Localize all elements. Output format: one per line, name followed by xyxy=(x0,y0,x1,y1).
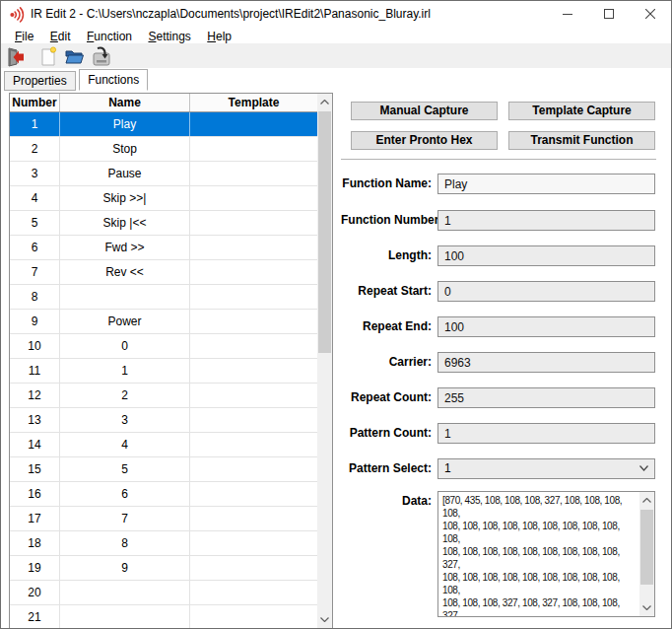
column-header-number[interactable]: Number xyxy=(10,94,60,111)
table-row[interactable]: 17 7 xyxy=(10,507,317,531)
cell-number[interactable]: 4 xyxy=(10,186,60,210)
cell-number[interactable]: 1 xyxy=(10,112,60,136)
function-number-input[interactable] xyxy=(437,210,655,231)
cell-number[interactable]: 3 xyxy=(10,162,60,185)
table-row[interactable]: 11 1 xyxy=(10,359,317,384)
cell-name[interactable]: Fwd >> xyxy=(60,236,190,259)
column-header-name[interactable]: Name xyxy=(60,94,190,111)
cell-number[interactable]: 10 xyxy=(10,334,60,358)
cell-template[interactable] xyxy=(190,384,317,407)
cell-name[interactable]: Skip >>| xyxy=(60,186,190,210)
table-row[interactable]: 4 Skip >>| xyxy=(10,186,317,211)
manual-capture-button[interactable]: Manual Capture xyxy=(351,102,498,120)
cell-number[interactable]: 17 xyxy=(10,507,60,530)
new-file-button[interactable] xyxy=(35,44,59,68)
cell-template[interactable] xyxy=(190,137,317,161)
carrier-input[interactable] xyxy=(437,352,655,373)
cell-name[interactable]: Pause xyxy=(60,162,190,185)
cell-template[interactable] xyxy=(190,507,317,530)
cell-template[interactable] xyxy=(190,482,317,506)
cell-name[interactable]: Power xyxy=(60,310,190,333)
menu-file[interactable]: File xyxy=(9,29,39,44)
cell-number[interactable]: 8 xyxy=(10,285,60,309)
cell-template[interactable] xyxy=(190,334,317,358)
table-scrollbar[interactable] xyxy=(317,94,332,628)
cell-number[interactable]: 15 xyxy=(10,457,60,481)
data-scrollbar[interactable] xyxy=(639,492,654,616)
cell-name[interactable]: 0 xyxy=(60,334,190,358)
tab-functions[interactable]: Functions xyxy=(79,69,148,91)
cell-number[interactable]: 14 xyxy=(10,433,60,456)
cell-name[interactable]: 3 xyxy=(60,408,190,432)
data-textarea[interactable]: [870, 435, 108, 108, 108, 327, 108, 108,… xyxy=(437,491,655,617)
cell-template[interactable] xyxy=(190,112,317,136)
table-row[interactable]: 12 2 xyxy=(10,384,317,408)
cell-template[interactable] xyxy=(190,605,317,628)
scroll-down-icon[interactable] xyxy=(317,612,332,627)
table-row[interactable]: 14 4 xyxy=(10,433,317,457)
table-row[interactable]: 5 Skip |<< xyxy=(10,211,317,236)
cell-number[interactable]: 12 xyxy=(10,384,60,407)
minimize-button[interactable] xyxy=(547,1,588,27)
cell-number[interactable]: 11 xyxy=(10,359,60,383)
cell-name[interactable]: Play xyxy=(60,112,190,136)
table-scrollbar-thumb[interactable] xyxy=(318,111,331,353)
cell-number[interactable]: 20 xyxy=(10,581,60,604)
maximize-button[interactable] xyxy=(588,1,630,27)
data-scrollbar-thumb[interactable] xyxy=(640,510,653,585)
cell-template[interactable] xyxy=(190,556,317,580)
menu-help[interactable]: Help xyxy=(201,29,237,44)
table-row[interactable]: 13 3 xyxy=(10,408,317,433)
template-capture-button[interactable]: Template Capture xyxy=(508,102,655,120)
cell-name[interactable]: Skip |<< xyxy=(60,211,190,235)
table-row[interactable]: 8 xyxy=(10,285,317,310)
cell-template[interactable] xyxy=(190,531,317,555)
table-row[interactable]: 10 0 xyxy=(10,334,317,359)
table-row[interactable]: 19 9 xyxy=(10,556,317,581)
cell-number[interactable]: 7 xyxy=(10,260,60,284)
cell-template[interactable] xyxy=(190,260,317,284)
repeat-start-input[interactable] xyxy=(437,281,655,302)
cell-template[interactable] xyxy=(190,433,317,456)
table-row[interactable]: 21 xyxy=(10,605,317,628)
cell-template[interactable] xyxy=(190,236,317,259)
pattern-count-input[interactable] xyxy=(437,423,655,444)
enter-pronto-hex-button[interactable]: Enter Pronto Hex xyxy=(351,131,498,150)
function-name-input[interactable] xyxy=(437,174,655,194)
cell-template[interactable] xyxy=(190,285,317,309)
menu-settings[interactable]: Settings xyxy=(142,29,196,44)
close-button[interactable] xyxy=(630,1,671,27)
cell-number[interactable]: 16 xyxy=(10,482,60,506)
cell-number[interactable]: 2 xyxy=(10,137,60,161)
cell-template[interactable] xyxy=(190,310,317,333)
cell-name[interactable]: 8 xyxy=(60,531,190,555)
table-row[interactable]: 15 5 xyxy=(10,457,317,482)
repeat-count-input[interactable] xyxy=(437,387,655,408)
cell-number[interactable]: 18 xyxy=(10,531,60,555)
cell-number[interactable]: 9 xyxy=(10,310,60,333)
column-header-template[interactable]: Template xyxy=(190,94,317,111)
tab-properties[interactable]: Properties xyxy=(4,71,76,91)
cell-name[interactable]: Stop xyxy=(60,137,190,161)
open-file-button[interactable] xyxy=(62,44,86,68)
scroll-up-icon[interactable] xyxy=(639,493,654,508)
table-row[interactable]: 16 6 xyxy=(10,482,317,507)
cell-template[interactable] xyxy=(190,162,317,185)
cell-name[interactable]: 4 xyxy=(60,433,190,456)
table-row[interactable]: 6 Fwd >> xyxy=(10,236,317,260)
table-row[interactable]: 2 Stop xyxy=(10,137,317,162)
cell-name[interactable]: 2 xyxy=(60,384,190,407)
cell-name[interactable]: 7 xyxy=(60,507,190,530)
cell-number[interactable]: 6 xyxy=(10,236,60,259)
repeat-end-input[interactable] xyxy=(437,316,655,337)
table-row[interactable]: 7 Rev << xyxy=(10,260,317,285)
cell-name[interactable] xyxy=(60,581,190,604)
cell-template[interactable] xyxy=(190,457,317,481)
cell-template[interactable] xyxy=(190,581,317,604)
cell-number[interactable]: 19 xyxy=(10,556,60,580)
scroll-up-icon[interactable] xyxy=(317,95,332,109)
cell-name[interactable]: 6 xyxy=(60,482,190,506)
cell-template[interactable] xyxy=(190,408,317,432)
pattern-select-dropdown[interactable]: 1 xyxy=(437,458,655,479)
cell-template[interactable] xyxy=(190,359,317,383)
